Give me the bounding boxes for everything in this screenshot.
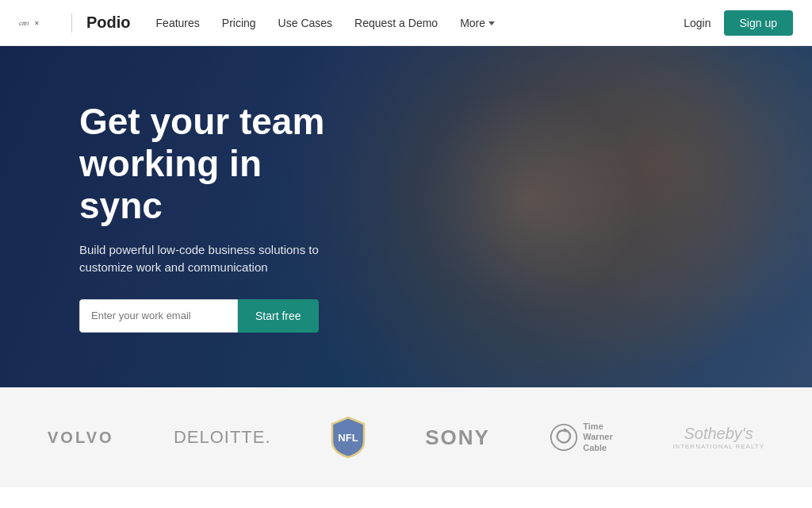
logo-volvo: VOLVO [48,429,114,447]
svg-text:NFL: NFL [338,432,358,444]
chevron-down-icon [488,21,495,25]
nav-features[interactable]: Features [156,17,200,29]
logo-sony: SONY [425,425,490,450]
citrix-logo: citri ✕ [19,16,57,30]
logo-nfl: NFL [331,416,366,459]
hero-subtitle: Build powerful low-code business solutio… [79,241,349,277]
hero-form: Start free [79,299,349,333]
logo-sothebys: Sotheby's INTERNATIONAL REALTY [672,425,764,450]
twc-spiral-icon [550,423,578,452]
logo-divider [71,13,72,33]
nav-pricing[interactable]: Pricing [222,17,256,29]
nfl-shield-icon: NFL [331,416,366,459]
navbar: citri ✕ Podio Features Pricing Use Cases… [0,0,812,46]
logo-deloitte: Deloitte. [174,427,271,448]
nav-use-cases[interactable]: Use Cases [278,17,332,29]
logo-twc: Time Warner Cable [550,421,613,453]
hero-content: Get your team working in sync Build powe… [0,101,428,333]
start-free-button[interactable]: Start free [238,299,319,333]
nav-request-demo[interactable]: Request a Demo [354,17,438,29]
twc-label: Time Warner Cable [583,421,613,453]
signup-button[interactable]: Sign up [724,10,793,36]
logos-section: VOLVO Deloitte. NFL SONY Time Warner Cab… [0,387,812,487]
hero-title: Get your team working in sync [79,101,349,227]
podio-wordmark: Podio [86,13,131,32]
svg-text:citri: citri [19,20,29,27]
citrix-wordmark: citri ✕ [19,16,57,30]
svg-text:✕: ✕ [34,20,40,27]
nav-more[interactable]: More [460,17,495,29]
svg-point-3 [551,425,576,450]
nav-links: Features Pricing Use Cases Request a Dem… [156,17,684,29]
bottom-section: Consolidated data [0,487,812,508]
login-link[interactable]: Login [684,17,710,29]
brand-logo[interactable]: citri ✕ Podio [19,13,131,33]
nav-actions: Login Sign up [684,10,793,36]
hero-section: Get your team working in sync Build powe… [0,46,812,387]
email-input[interactable] [79,299,238,333]
